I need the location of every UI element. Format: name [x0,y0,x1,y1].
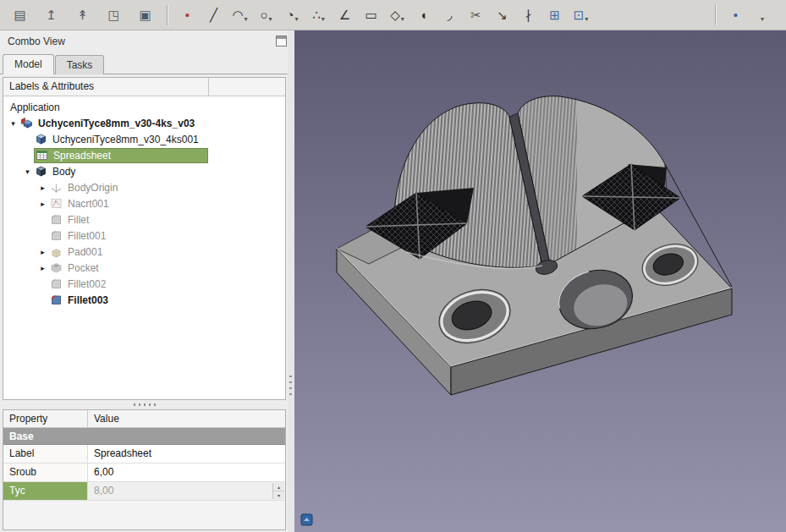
split-icon: ∤ [525,8,532,21]
property-column-header: Property [3,410,88,427]
panel-splitter[interactable] [3,400,286,409]
tree-item-fillet[interactable]: Fillet [3,211,286,228]
create-arc-button[interactable]: ◠▾ [227,3,253,27]
expander-icon[interactable]: ▾ [21,167,34,176]
float-panel-icon[interactable] [276,36,287,47]
view-sketch-button[interactable]: ▣ [129,3,161,27]
pad-icon [50,245,63,258]
property-group-base[interactable]: Base [3,428,285,445]
chevron-down-icon[interactable]: ▾ [322,15,325,27]
tree-item-bodyorigin[interactable]: ▸ BodyOrigin [3,179,286,195]
create-bspline-button[interactable]: ∴▾ [305,3,332,27]
create-fillet-button[interactable]: ◞ [437,3,463,27]
trim-edge-button[interactable]: ✂ [463,3,489,27]
bspline-icon: ∴ [312,8,321,21]
tree-item-label: UchyceniTyce8mm_v30_4ks001 [50,133,201,146]
chevron-down-icon[interactable]: ▾ [269,15,272,27]
property-value-spinbox[interactable]: 8,00 ▴ ▾ [88,482,285,500]
main-toolbar: ▤ ↥ ↟ ◳ ▣ • ╱ ◠▾ ○▾ ◔▾ ∴▾ ∠ ▭ ◇▾ ◖ ◞ ✂ ↘… [0,0,786,30]
document-button[interactable]: ▤ [4,3,36,27]
chevron-down-icon[interactable]: ▾ [585,15,588,27]
create-line-button[interactable]: ╱ [201,3,227,27]
expander-icon[interactable]: ▸ [36,200,49,208]
tree-item-pocket[interactable]: ▸ Pocket [3,260,286,276]
create-circle-button[interactable]: ○▾ [253,3,279,27]
tree-item-body[interactable]: ▾ Body [3,163,275,179]
chevron-down-icon[interactable]: ▾ [401,15,404,27]
tree-item-fillet002[interactable]: Fillet002 [3,276,286,292]
tab-model[interactable]: Model [3,54,54,74]
property-value[interactable]: Spreadsheet [88,445,285,463]
create-polygon-button[interactable]: ◇▾ [384,3,410,27]
tree-header: Labels & Attributes [3,78,285,96]
construction-point-icon: • [734,8,738,21]
spinbox-buttons: ▴ ▾ [272,483,284,499]
gutter-handle-icon [289,376,292,398]
external-geometry-icon: ⊞ [549,8,560,21]
point-icon: • [185,8,190,21]
toolbar-overflow-button[interactable]: ▾ [749,3,775,27]
chevron-down-icon: ▾ [761,15,764,27]
tab-tasks[interactable]: Tasks [55,55,105,74]
carbon-copy-button[interactable]: ⊡▾ [568,3,594,27]
map-sketch-button[interactable]: ◳ [98,3,129,27]
create-conic-button[interactable]: ◔▾ [279,3,305,27]
tree-item-label: UchyceniTyce8mm_v30-4ks_v03 [36,117,197,130]
document-icon: ▤ [14,8,25,21]
polygon-icon: ◇ [390,8,400,21]
tree-item-spreadsheet[interactable]: Spreadsheet [3,147,275,163]
circle-icon: ○ [260,8,267,21]
tree-item-pad001[interactable]: ▸ Pad001 [3,244,286,260]
chevron-down-icon[interactable]: ▾ [295,15,299,27]
property-row-label[interactable]: Label Spreadsheet [3,445,285,463]
carbon-copy-icon: ⊡ [574,8,585,21]
3d-viewport[interactable] [294,30,786,532]
external-geometry-button[interactable]: ⊞ [541,3,568,27]
import-icon: ↟ [77,8,88,21]
part-cube-icon [35,133,47,145]
expander-icon[interactable]: ▸ [36,248,49,256]
property-row-sroub[interactable]: Sroub 6,00 [3,463,285,482]
property-row-tyc[interactable]: Tyc 8,00 ▴ ▾ [3,482,285,501]
create-point-button[interactable]: • [174,3,201,27]
map-sketch-icon: ◳ [107,8,119,21]
arc-icon: ◠ [232,8,243,21]
scissors-icon: ✂ [470,8,481,21]
create-rectangle-button[interactable]: ▭ [358,3,384,27]
tree-item-part[interactable]: UchyceniTyce8mm_v30_4ks001 [3,131,275,147]
3d-canvas[interactable] [294,30,786,532]
tree-item-label: BodyOrigin [65,181,120,195]
tree-item-document[interactable]: ▾ UchyceniTyce8mm_v30-4ks_v03 [3,115,261,131]
tree-item-label: Fillet003 [65,293,111,307]
spin-up-icon[interactable]: ▴ [273,483,284,491]
splitter-handle-icon [134,403,156,406]
extend-icon: ↘ [497,8,508,21]
expander-icon[interactable]: ▸ [36,184,49,192]
tree-item-fillet001[interactable]: Fillet001 [3,228,286,244]
notification-icon[interactable] [301,514,312,525]
create-polyline-button[interactable]: ∠ [332,3,358,27]
tree-item-fillet003[interactable]: Fillet003 [3,292,286,308]
expander-icon[interactable]: ▸ [36,264,49,272]
tree-item-label: Nacrt001 [65,197,112,211]
split-edge-button[interactable]: ∤ [515,3,541,27]
extend-edge-button[interactable]: ↘ [489,3,515,27]
spin-down-icon[interactable]: ▾ [273,491,284,499]
tree-root-application[interactable]: Application [3,99,261,115]
construction-mode-button[interactable]: • [723,3,749,27]
expander-icon[interactable]: ▾ [7,119,19,128]
tree-item-sketch[interactable]: ▸ Nacrt001 [3,195,286,211]
polyline-icon: ∠ [339,8,350,21]
import-sketch-button[interactable]: ↟ [67,3,98,27]
create-slot-button[interactable]: ◖ [410,3,437,27]
sketch-icon [50,197,63,210]
panel-title: Combo View [8,36,65,47]
pocket-icon [50,261,63,274]
export-sketch-button[interactable]: ↥ [36,3,67,27]
property-value[interactable]: 6,00 [88,463,285,481]
tree-item-label: Fillet [65,213,91,227]
chevron-down-icon[interactable]: ▾ [245,15,248,27]
fillet-active-icon [50,293,63,306]
property-grid-header: Property Value [3,410,285,428]
panel-resize-gutter[interactable] [288,30,294,532]
